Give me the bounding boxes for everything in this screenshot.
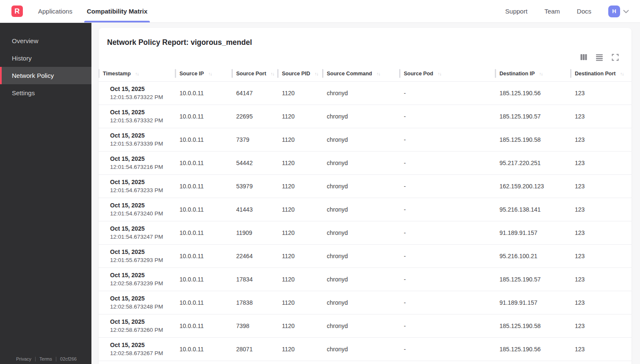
column-view-button[interactable] bbox=[580, 53, 588, 61]
destination-ip-cell: 95.216.138.141 bbox=[495, 198, 571, 221]
source-pid-cell: 1120 bbox=[278, 337, 323, 361]
source-command-cell: chronyd bbox=[323, 198, 400, 221]
timestamp-date: Oct 15, 2025 bbox=[110, 248, 175, 255]
destination-ip-cell: 185.125.190.58 bbox=[495, 128, 571, 151]
column-resize-handle[interactable] bbox=[399, 69, 400, 78]
destination-ip-cell: 185.125.190.57 bbox=[495, 267, 571, 291]
table-row: Oct 15, 2025 12:01:55.673293 PM 10.0.0.1… bbox=[99, 244, 632, 267]
user-menu[interactable]: H bbox=[608, 6, 629, 17]
column-header[interactable]: Source Command ↑↓ bbox=[323, 68, 400, 81]
destination-port-cell bbox=[571, 361, 632, 364]
timestamp-date: Oct 15, 2025 bbox=[110, 132, 175, 139]
destination-ip-cell: 162.159.200.123 bbox=[495, 174, 571, 198]
source-command-cell: chronyd bbox=[323, 314, 400, 337]
destination-port-cell: 123 bbox=[571, 221, 632, 244]
column-resize-handle[interactable] bbox=[99, 69, 99, 78]
primary-nav-item[interactable]: Compatibility Matrix bbox=[87, 0, 147, 22]
secondary-nav-item-label: Team bbox=[544, 8, 560, 15]
source-pod-cell: - bbox=[400, 105, 495, 128]
source-command-cell: chronyd bbox=[323, 267, 400, 291]
sort-icon: ↑↓ bbox=[438, 71, 441, 76]
destination-ip-cell: 95.217.220.251 bbox=[495, 151, 571, 174]
timestamp-cell: Oct 15, 2025 12:01:54.673240 PM bbox=[99, 198, 175, 221]
sort-icon: ↑↓ bbox=[620, 71, 624, 76]
sort-icon: ↑↓ bbox=[270, 71, 274, 76]
table-row: Oct 15, 2025 12:02:58.673267 PM 10.0.0.1… bbox=[99, 337, 632, 361]
fullscreen-button[interactable] bbox=[611, 53, 619, 61]
sidebar-item-label: History bbox=[12, 55, 32, 62]
source-pod-cell bbox=[400, 361, 495, 364]
sidebar-item[interactable]: Network Policy bbox=[0, 67, 91, 84]
source-port-cell: 7398 bbox=[232, 314, 278, 337]
destination-ip-cell: 185.125.190.58 bbox=[495, 314, 571, 337]
timestamp-cell: Oct 15, 2025 12:01:53.673322 PM bbox=[99, 81, 175, 105]
list-view-button[interactable] bbox=[596, 53, 603, 61]
timestamp-time: 12:01:54.673247 PM bbox=[110, 234, 175, 240]
source-ip-cell: 10.0.0.11 bbox=[175, 337, 232, 361]
destination-port-cell: 123 bbox=[571, 198, 632, 221]
column-header-label: Destination IP bbox=[499, 71, 535, 77]
column-header[interactable]: Destination Port ↑↓ bbox=[571, 68, 632, 81]
sidebar-item-label: Network Policy bbox=[12, 72, 54, 79]
column-header-label: Timestamp bbox=[103, 71, 131, 77]
secondary-nav-item[interactable]: Docs bbox=[577, 8, 591, 15]
source-command-cell bbox=[323, 361, 400, 364]
column-header[interactable]: Source Pod ↑↓ bbox=[400, 68, 495, 81]
source-ip-cell: 10.0.0.11 bbox=[175, 128, 232, 151]
column-resize-handle[interactable] bbox=[277, 69, 279, 78]
sidebar-item[interactable]: Settings bbox=[0, 84, 91, 102]
source-pod-cell: - bbox=[400, 291, 495, 314]
source-ip-cell: 10.0.0.11 bbox=[175, 291, 232, 314]
timestamp-cell: Oct 15, 2025 12:02:58.673260 PM bbox=[99, 314, 175, 337]
timestamp-cell: Oct 15, 2025 12:01:54.673247 PM bbox=[99, 221, 175, 244]
source-pid-cell: 1120 bbox=[278, 221, 323, 244]
secondary-nav-item[interactable]: Team bbox=[544, 8, 560, 15]
sort-icon: ↑↓ bbox=[314, 71, 318, 76]
terms-link[interactable]: Terms bbox=[39, 356, 52, 361]
secondary-nav-item-label: Support bbox=[505, 8, 528, 15]
table-body: Oct 15, 2025 12:01:53.673322 PM 10.0.0.1… bbox=[99, 81, 632, 364]
destination-port-cell: 123 bbox=[571, 81, 632, 105]
column-resize-handle[interactable] bbox=[570, 69, 571, 78]
network-policy-table: Timestamp ↑↓ Source IP ↑↓ Source Port ↑↓… bbox=[99, 68, 632, 364]
chevron-down-icon bbox=[623, 8, 629, 15]
sidebar-footer: Privacy Terms 02cf266 bbox=[16, 356, 77, 361]
source-ip-cell: 10.0.0.11 bbox=[175, 105, 232, 128]
column-header[interactable]: Timestamp ↑↓ bbox=[99, 68, 175, 81]
column-header[interactable]: Source PID ↑↓ bbox=[278, 68, 323, 81]
timestamp-time: 12:01:54.673233 PM bbox=[110, 187, 175, 193]
source-pod-cell: - bbox=[400, 221, 495, 244]
timestamp-cell: Oct 15, 2025 12:01:53.673339 PM bbox=[99, 128, 175, 151]
timestamp-cell: Oct 15, 2025 12:02:58.673248 PM bbox=[99, 291, 175, 314]
source-pod-cell: - bbox=[400, 81, 495, 105]
timestamp-date: Oct 15, 2025 bbox=[110, 85, 175, 92]
sidebar-item[interactable]: History bbox=[0, 50, 91, 67]
source-port-cell: 54442 bbox=[232, 151, 278, 174]
destination-ip-cell: 91.189.91.157 bbox=[495, 221, 571, 244]
column-resize-handle[interactable] bbox=[175, 69, 176, 78]
column-resize-handle[interactable] bbox=[232, 69, 233, 78]
source-port-cell: 41443 bbox=[232, 198, 278, 221]
avatar-letter: H bbox=[612, 8, 616, 14]
column-resize-handle[interactable] bbox=[322, 69, 323, 78]
privacy-link[interactable]: Privacy bbox=[16, 356, 31, 361]
column-resize-handle[interactable] bbox=[495, 69, 496, 78]
sidebar-item[interactable]: Overview bbox=[0, 32, 91, 50]
sort-icon: ↑↓ bbox=[539, 71, 543, 76]
destination-port-cell: 123 bbox=[571, 174, 632, 198]
column-header[interactable]: Source Port ↑↓ bbox=[232, 68, 278, 81]
top-bar: R Applications Compatibility Matrix Supp… bbox=[0, 0, 640, 23]
secondary-nav-item[interactable]: Support bbox=[505, 8, 528, 15]
timestamp-cell: Oct 15, 2025 12:01:54.673216 PM bbox=[99, 151, 175, 174]
column-header[interactable]: Destination IP ↑↓ bbox=[495, 68, 571, 81]
app-logo[interactable]: R bbox=[11, 6, 23, 17]
timestamp-time: 12:02:58.673239 PM bbox=[110, 280, 175, 287]
sidebar-nav: Overview History Network Policy Settings bbox=[0, 32, 91, 102]
table-row: Oct 15, 2025 12:02:58.673248 PM 10.0.0.1… bbox=[99, 291, 632, 314]
primary-nav-item[interactable]: Applications bbox=[38, 0, 72, 22]
timestamp-date: Oct 15, 2025 bbox=[110, 342, 175, 348]
column-header[interactable]: Source IP ↑↓ bbox=[175, 68, 232, 81]
timestamp-cell: Oct 15, 2025 12:02:58.673239 PM bbox=[99, 267, 175, 291]
source-ip-cell: 10.0.0.11 bbox=[175, 221, 232, 244]
source-pid-cell: 1120 bbox=[278, 244, 323, 267]
